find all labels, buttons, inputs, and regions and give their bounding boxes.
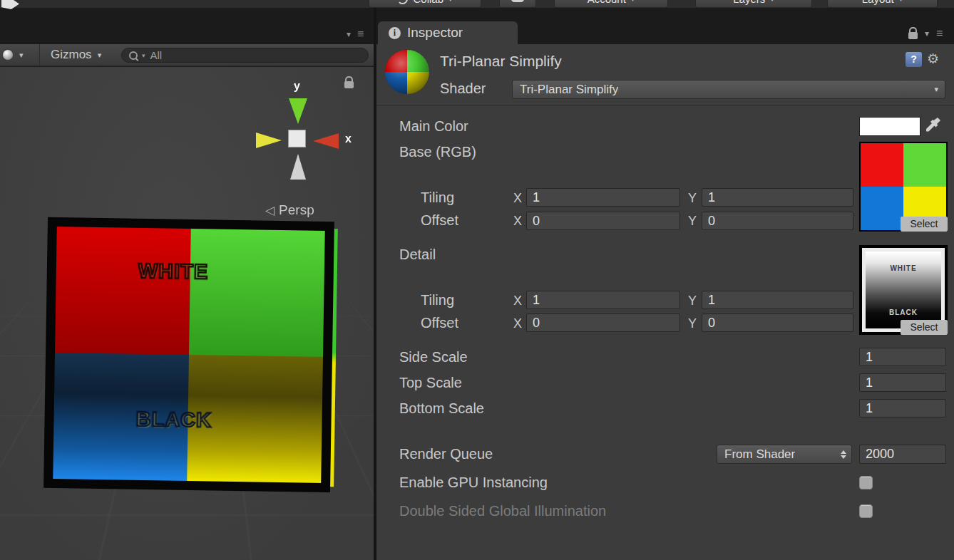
chevron-down-icon: ▾ xyxy=(19,51,24,60)
cloud-services-button[interactable] xyxy=(499,0,536,8)
axis-y-cone[interactable] xyxy=(289,98,307,124)
chevron-down-icon: ▾ xyxy=(899,0,903,4)
chevron-down-icon[interactable]: ▾ xyxy=(347,29,351,39)
detail-tiling-x-field[interactable] xyxy=(526,291,680,309)
header-divider xyxy=(376,105,954,106)
y-label: Y xyxy=(688,316,697,331)
y-label: Y xyxy=(688,294,697,308)
top-scale-label: Top Scale xyxy=(399,375,462,391)
popup-arrows-icon xyxy=(841,450,846,459)
quad-frame: WHITE BLACK xyxy=(43,217,334,492)
scene-viewport[interactable]: y x ◁ Persp WHITE BLACK xyxy=(0,67,374,560)
shader-label: Shader xyxy=(440,81,486,97)
menu-icon[interactable]: ≡ xyxy=(357,28,364,41)
detail-thumb-white-text: WHITE xyxy=(890,264,916,272)
shading-mode-button[interactable]: ▾ xyxy=(0,44,40,66)
base-tiling-x-field[interactable] xyxy=(526,188,680,207)
account-label: Account xyxy=(588,0,626,5)
chevron-down-icon[interactable]: ▾ xyxy=(925,28,929,38)
layout-label: Layout xyxy=(862,0,894,5)
menu-icon[interactable]: ≡ xyxy=(936,27,943,40)
detail-offset-y-field[interactable] xyxy=(702,313,853,332)
scene-view-toolbar: ▾ Gizmos ▾ ▾ All xyxy=(0,44,374,66)
y-label: Y xyxy=(688,191,697,206)
chevron-down-icon: ▾ xyxy=(631,0,635,4)
double-sided-gi-label: Double Sided Global Illumination xyxy=(399,503,606,519)
quad-white-text: WHITE xyxy=(138,259,209,284)
axis-down-cone[interactable] xyxy=(290,154,306,180)
axis-x-cone[interactable] xyxy=(313,133,339,149)
info-icon: i xyxy=(389,27,401,39)
cloud-icon xyxy=(511,0,524,2)
chevron-down-icon: ▾ xyxy=(142,52,145,59)
tab-inspector[interactable]: i Inspector xyxy=(378,21,518,44)
axis-x-label: x xyxy=(345,133,352,145)
base-offset-x-field[interactable] xyxy=(526,212,680,230)
shading-mode-icon xyxy=(3,50,13,60)
base-thumb-green xyxy=(903,143,946,187)
base-offset-label: Offset xyxy=(421,212,458,229)
gpu-instancing-label: Enable GPU Instancing xyxy=(399,475,548,491)
inspector-tab-label: Inspector xyxy=(407,25,463,41)
collab-button[interactable]: Collab ▾ xyxy=(369,0,481,8)
help-icon[interactable]: ? xyxy=(906,52,922,67)
base-select-button[interactable]: Select xyxy=(901,217,948,232)
base-rgb-label: Base (RGB) xyxy=(399,144,476,160)
base-tiling-label: Tiling xyxy=(421,190,454,206)
render-queue-label: Render Queue xyxy=(399,446,493,462)
bottom-scale-field[interactable] xyxy=(859,399,946,418)
textured-quad-object[interactable]: WHITE BLACK xyxy=(43,217,334,492)
double-sided-gi-checkbox[interactable] xyxy=(859,504,873,518)
base-offset-y-field[interactable] xyxy=(702,212,853,230)
chevron-down-icon: ▾ xyxy=(98,51,102,60)
axis-left-cone[interactable] xyxy=(256,133,282,148)
eyedropper-icon[interactable] xyxy=(925,116,942,135)
lock-icon[interactable] xyxy=(908,28,918,39)
y-label: Y xyxy=(688,214,697,229)
shader-dropdown[interactable]: Tri-Planar Simplify ▾ xyxy=(512,80,945,99)
scene-search-input[interactable]: ▾ All xyxy=(121,48,369,63)
side-scale-label: Side Scale xyxy=(399,349,468,365)
base-tiling-y-field[interactable] xyxy=(702,188,853,207)
persp-label: Persp xyxy=(279,202,314,218)
base-thumb-red xyxy=(861,143,903,187)
base-thumb-blue xyxy=(861,187,903,230)
main-toolbar: Collab ▾ Account ▾ Layers ▾ Layout ▾ xyxy=(0,0,954,8)
gizmos-label: Gizmos xyxy=(51,48,92,62)
collab-label: Collab xyxy=(413,0,443,5)
top-scale-field[interactable] xyxy=(859,373,946,392)
layers-label: Layers xyxy=(733,0,765,5)
inspector-panel: Tri-Planar Simplify ? ⚙ Shader Tri-Plana… xyxy=(376,44,954,560)
search-value: All xyxy=(150,49,163,61)
unity-window: Collab ▾ Account ▾ Layers ▾ Layout ▾ ▾ ≡… xyxy=(0,0,954,560)
account-button[interactable]: Account ▾ xyxy=(554,0,668,8)
scene-tab-bar-controls: ▾ ≡ xyxy=(347,28,364,41)
render-queue-value-field[interactable] xyxy=(859,445,946,464)
persp-cone-icon: ◁ xyxy=(265,203,275,218)
perspective-toggle[interactable]: ◁ Persp xyxy=(265,202,314,218)
detail-thumb-black-text: BLACK xyxy=(889,308,918,316)
detail-offset-label: Offset xyxy=(421,315,458,331)
gizmos-dropdown[interactable]: Gizmos ▾ xyxy=(44,44,108,66)
detail-tiling-label: Tiling xyxy=(421,292,454,308)
detail-offset-x-field[interactable] xyxy=(526,313,680,332)
detail-select-button[interactable]: Select xyxy=(901,320,948,335)
search-icon xyxy=(129,51,138,60)
layout-button[interactable]: Layout ▾ xyxy=(827,0,938,8)
render-queue-dropdown[interactable]: From Shader xyxy=(717,445,852,464)
bottom-scale-label: Bottom Scale xyxy=(399,400,484,417)
chevron-down-icon: ▾ xyxy=(934,85,938,94)
lock-icon[interactable] xyxy=(344,81,354,88)
material-preview-sphere[interactable] xyxy=(385,50,429,94)
material-name: Tri-Planar Simplify xyxy=(440,53,562,70)
detail-tiling-y-field[interactable] xyxy=(702,291,853,309)
shader-value: Tri-Planar Simplify xyxy=(520,83,618,97)
axis-gizmo-center[interactable] xyxy=(288,130,306,147)
render-queue-mode: From Shader xyxy=(724,447,795,462)
gear-icon[interactable]: ⚙ xyxy=(927,51,939,67)
gpu-instancing-checkbox[interactable] xyxy=(859,476,873,489)
layers-button[interactable]: Layers ▾ xyxy=(695,0,812,8)
main-color-swatch[interactable] xyxy=(859,117,920,136)
side-scale-field[interactable] xyxy=(859,348,946,366)
x-label: X xyxy=(513,316,522,331)
